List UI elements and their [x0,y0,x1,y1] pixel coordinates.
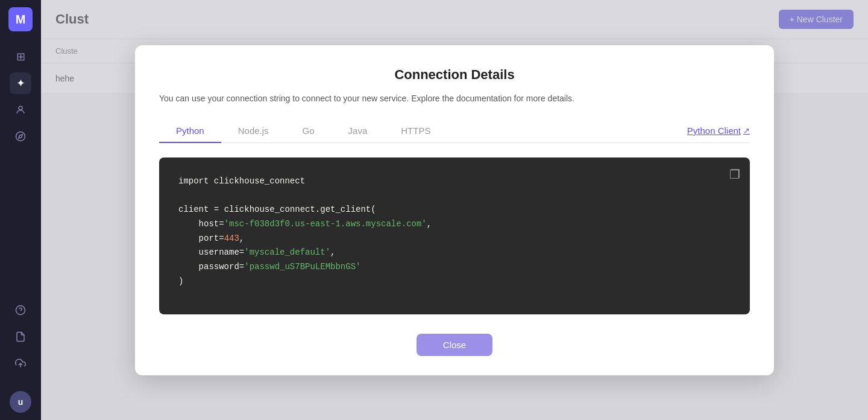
svg-point-1 [16,132,25,141]
external-link-icon: ↗ [743,126,750,135]
copy-icon[interactable]: ❐ [729,167,740,182]
modal-subtitle: You can use your connection string to co… [159,92,750,105]
modal-overlay: Connection Details You can use your conn… [41,0,868,420]
svg-marker-2 [19,135,22,138]
user-avatar[interactable]: u [10,391,31,413]
modal-footer: Close [159,334,750,356]
help-icon[interactable] [10,299,31,321]
tabs-container: Python Node.js Go Java HTTPS Python Clie… [159,119,750,143]
document-icon[interactable] [10,326,31,348]
python-client-label: Python Client [687,126,741,136]
compass-icon[interactable] [10,126,31,147]
tab-go[interactable]: Go [286,119,332,143]
cluster-icon[interactable]: ✦ [10,72,31,94]
svg-point-0 [19,106,22,110]
upload-icon[interactable] [10,352,31,374]
python-client-link[interactable]: Python Client ↗ [670,119,750,142]
code-block: ❐ import clickhouse_connect client = cli… [159,158,750,314]
sidebar: M ⊞ ✦ u [0,0,41,420]
tab-python[interactable]: Python [159,119,221,143]
modal-title: Connection Details [159,67,750,83]
code-content: import clickhouse_connect client = click… [178,174,731,289]
close-button[interactable]: Close [417,334,492,356]
database-icon[interactable]: ⊞ [10,46,31,68]
app-logo[interactable]: M [8,7,33,31]
tab-https[interactable]: HTTPS [384,119,447,143]
tab-java[interactable]: Java [332,119,385,143]
main-content: Clust + New Cluster Cluste Actions hehe … [41,0,868,420]
user-icon[interactable] [10,99,31,121]
tab-nodejs[interactable]: Node.js [221,119,286,143]
connection-details-modal: Connection Details You can use your conn… [135,45,774,375]
